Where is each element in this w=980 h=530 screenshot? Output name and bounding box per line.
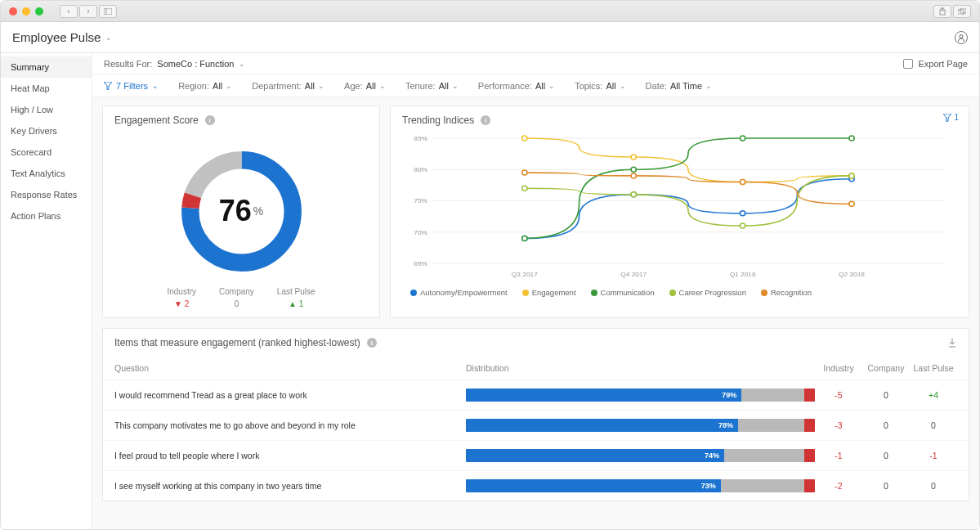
info-icon[interactable]: i: [481, 115, 490, 125]
results-for-row: Results For: SomeCo : Function ⌄ Export …: [92, 53, 979, 74]
sidebar-item-text-analytics[interactable]: Text Analytics: [1, 163, 92, 184]
filter-region[interactable]: Region: All ⌄: [178, 81, 232, 91]
svg-point-41: [849, 173, 854, 178]
card-title: Engagement Score: [114, 115, 199, 126]
svg-point-6: [960, 34, 963, 38]
item-question: I feel proud to tell people where I work: [114, 451, 466, 460]
card-title: Items that measure engagement (ranked hi…: [114, 337, 360, 348]
nav-back-button[interactable]: ‹: [60, 5, 78, 18]
col-industry: Industry: [815, 363, 862, 373]
svg-point-28: [740, 211, 745, 216]
engagement-score-value: 76%: [174, 144, 309, 279]
chevron-down-icon: ⌄: [548, 82, 555, 90]
distribution-bar: 74%: [466, 449, 815, 462]
main-area: Results For: SomeCo : Function ⌄ Export …: [92, 53, 979, 529]
item-row[interactable]: I would recommend Tread as a great place…: [103, 380, 969, 411]
chevron-down-icon: ⌄: [379, 82, 386, 90]
legend-item[interactable]: Career Progression: [669, 288, 746, 297]
svg-marker-7: [104, 82, 112, 90]
card-title: Trending Indices: [402, 115, 474, 126]
nav-forward-button[interactable]: ›: [79, 5, 97, 18]
sidebar-item-key-drivers[interactable]: Key Drivers: [1, 120, 92, 141]
items-table-header: Question Distribution Industry Company L…: [103, 357, 969, 380]
delta-company: 0: [862, 481, 910, 491]
svg-text:80%: 80%: [414, 166, 427, 173]
sidebar-item-action-plans[interactable]: Action Plans: [1, 205, 92, 227]
export-icon: [903, 59, 913, 69]
page-title-dropdown[interactable]: Employee Pulse ⌄: [12, 30, 112, 44]
minimize-icon[interactable]: [22, 7, 30, 16]
svg-text:85%: 85%: [414, 135, 427, 142]
item-row[interactable]: This company motivates me to go above an…: [103, 411, 969, 441]
maximize-icon[interactable]: [35, 7, 43, 16]
filter-age[interactable]: Age: All ⌄: [344, 81, 386, 91]
svg-point-43: [631, 173, 636, 178]
download-icon[interactable]: [947, 338, 957, 348]
item-question: This company motivates me to go above an…: [114, 420, 466, 430]
delta-industry: -5: [815, 390, 862, 400]
sidebar-item-summary[interactable]: Summary: [1, 56, 92, 78]
chevron-down-icon: ⌄: [620, 82, 626, 90]
score-meta-industry: Industry▼ 2: [167, 287, 196, 308]
item-question: I would recommend Tread as a great place…: [114, 390, 466, 400]
engagement-score-card: Engagement Score i 76% Industry▼ 2Compan…: [102, 106, 380, 318]
svg-point-35: [631, 167, 636, 172]
svg-point-44: [740, 180, 745, 185]
chevron-down-icon: ⌄: [152, 82, 159, 90]
delta-last-pulse: 0: [910, 481, 957, 491]
svg-rect-0: [104, 8, 112, 15]
trending-indices-card: Trending Indices i 1 65%70%75%80%85%Q3 2…: [390, 106, 969, 318]
chart-filter-button[interactable]: 1: [943, 113, 959, 122]
info-icon[interactable]: i: [367, 338, 377, 348]
delta-industry: -3: [815, 420, 862, 430]
user-menu[interactable]: [955, 31, 968, 44]
page-title: Employee Pulse: [12, 30, 101, 44]
svg-text:Q1 2018: Q1 2018: [730, 271, 756, 278]
sidebar-toggle-button[interactable]: [99, 5, 117, 18]
sidebar-item-response-rates[interactable]: Response Rates: [1, 184, 92, 205]
tabs-button[interactable]: [953, 5, 971, 18]
export-page-button[interactable]: Export Page: [903, 59, 968, 69]
delta-company: 0: [862, 451, 910, 460]
svg-point-42: [522, 170, 527, 175]
filters-row: 7 Filters ⌄ Region: All ⌄Department: All…: [92, 74, 979, 97]
items-card: Items that measure engagement (ranked hi…: [102, 328, 969, 501]
sidebar-item-scorecard[interactable]: Scorecard: [1, 141, 92, 163]
distribution-bar: 79%: [466, 389, 815, 402]
svg-point-38: [522, 186, 527, 191]
chevron-down-icon: ⌄: [452, 82, 459, 90]
filter-department[interactable]: Department: All ⌄: [252, 81, 324, 91]
delta-company: 0: [862, 390, 910, 400]
info-icon[interactable]: i: [205, 115, 215, 125]
svg-point-40: [740, 223, 745, 228]
item-row[interactable]: I feel proud to tell people where I work…: [103, 441, 969, 471]
distribution-bar: 78%: [466, 419, 815, 432]
svg-point-45: [849, 201, 854, 206]
filters-count-button[interactable]: 7 Filters ⌄: [104, 81, 159, 91]
share-button[interactable]: [933, 5, 951, 18]
delta-industry: -2: [815, 481, 862, 491]
item-row[interactable]: I see myself working at this company in …: [103, 471, 969, 501]
filter-performance[interactable]: Performance: All ⌄: [478, 81, 555, 91]
delta-last-pulse: 0: [910, 420, 957, 430]
delta-last-pulse: +4: [910, 390, 957, 400]
legend-item[interactable]: Engagement: [522, 288, 576, 297]
chevron-down-icon: ⌄: [105, 34, 112, 42]
legend-item[interactable]: Communication: [591, 288, 655, 297]
filter-date[interactable]: Date: All Time ⌄: [646, 81, 712, 91]
results-for-value[interactable]: SomeCo : Function: [157, 59, 234, 69]
sidebar-item-high-low[interactable]: High / Low: [1, 99, 92, 120]
close-icon[interactable]: [9, 7, 17, 16]
sidebar: SummaryHeat MapHigh / LowKey DriversScor…: [1, 53, 92, 529]
legend-item[interactable]: Autonomy/Empowerment: [410, 288, 508, 297]
score-meta-last-pulse: Last Pulse▲ 1: [277, 287, 315, 308]
content: Engagement Score i 76% Industry▼ 2Compan…: [92, 97, 979, 529]
legend-item[interactable]: Recognition: [761, 288, 812, 297]
col-company: Company: [862, 363, 910, 373]
export-label: Export Page: [918, 59, 968, 69]
filter-tenure[interactable]: Tenure: All ⌄: [405, 81, 459, 91]
col-question: Question: [114, 363, 466, 373]
filter-topics[interactable]: Topics: All ⌄: [575, 81, 625, 91]
results-for-label: Results For:: [104, 59, 152, 69]
sidebar-item-heat-map[interactable]: Heat Map: [1, 78, 92, 99]
